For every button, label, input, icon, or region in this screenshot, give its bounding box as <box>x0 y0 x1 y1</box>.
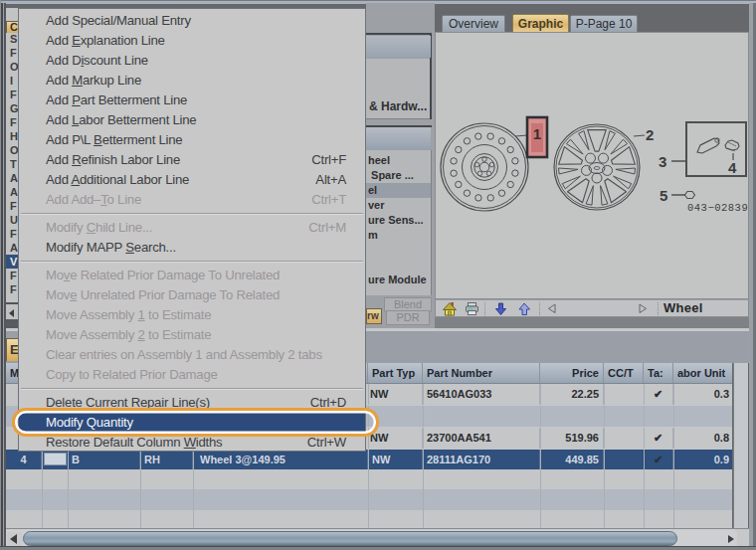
svg-text:2: 2 <box>646 126 654 143</box>
svg-text:1: 1 <box>533 125 541 142</box>
svg-text:3: 3 <box>659 153 666 170</box>
svg-text:4: 4 <box>728 159 737 176</box>
svg-text:043−02839: 043−02839 <box>687 202 748 214</box>
svg-text:5: 5 <box>660 187 667 204</box>
